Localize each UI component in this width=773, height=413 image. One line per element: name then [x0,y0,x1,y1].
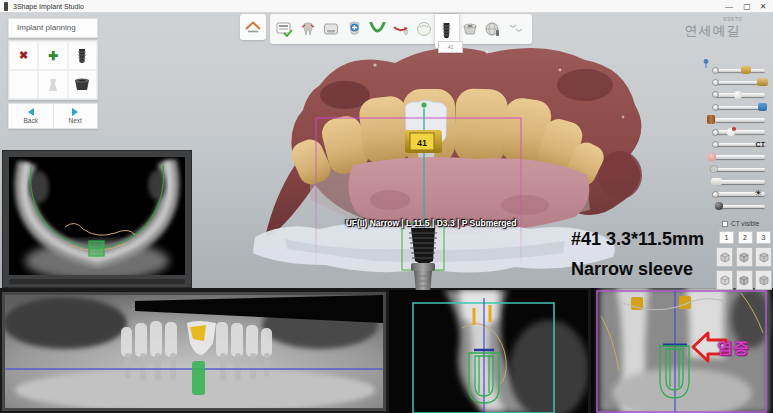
ct-visible-checkbox[interactable] [722,221,728,227]
slider-brightness[interactable]: ☀ [712,188,768,200]
orientation-preset-4[interactable] [716,270,733,290]
close-button[interactable]: ✕ [755,0,771,13]
inflammation-label: 염증 [717,338,749,359]
articulation-tool-disabled[interactable] [505,14,528,44]
crown-tool[interactable] [412,14,435,44]
abutment-icon [46,78,60,92]
home-button[interactable] [240,14,266,40]
tooth-tag-label: 41 [417,138,427,148]
panel-title: Implant planning [8,18,98,38]
abutment-button-disabled[interactable] [38,70,67,99]
empty-tool-cell [9,70,38,99]
pano-implant-marker [192,361,205,395]
slider-marked-tooth[interactable] [712,126,768,138]
back-arrow-icon [28,108,34,116]
minimize-button[interactable]: — [721,0,737,13]
restorations-slider-icon[interactable] [757,77,769,88]
slider-white-teeth[interactable] [712,176,768,188]
orientation-preset-2[interactable] [736,247,753,267]
back-label: Back [24,117,38,124]
visibility-sliders: CT ☀ [712,64,768,213]
order-form-tool[interactable] [273,14,296,44]
crown-icon [416,21,432,37]
brightness-slider-icon[interactable]: ☀ [752,188,764,199]
next-label: Next [69,117,82,124]
ct-visible-label: CT visible [731,220,759,227]
panoramic-curve-tool[interactable] [389,14,412,44]
implant-tools: ✖ ✚ [8,40,98,100]
implant-tool-icon [442,22,451,40]
maximize-button[interactable]: ▢ [739,0,755,13]
ct-scan-tool[interactable] [343,14,366,44]
slider-crown[interactable] [712,64,768,76]
model-scan-icon [323,22,339,36]
axial-scrollbar[interactable] [9,279,185,284]
back-button[interactable]: Back [9,104,53,128]
sleeve-tool[interactable] [459,14,482,44]
app-icon [4,2,8,11]
slider-sleeve[interactable] [712,114,768,126]
marked-tooth-slider-icon[interactable] [725,126,737,137]
pink-tooth-slider-icon[interactable] [706,151,718,162]
titlebar: 3Shape Implant Studio — ▢ ✕ [0,0,773,13]
scan-box-slider-icon[interactable] [757,102,769,113]
implant-icon [78,48,86,64]
ct-scan-icon [347,21,362,37]
ct-slider-icon[interactable]: CT [754,139,766,150]
view-button-1[interactable]: 1 [719,231,734,244]
orientation-preset-5[interactable] [736,270,753,290]
annotation-implant-size: #41 3.3*11.5mm [571,229,704,250]
implant-button[interactable] [68,41,97,70]
sleeve-slider-icon[interactable] [705,114,717,125]
slider-scan-box[interactable] [712,101,768,113]
add-icon: ✚ [48,49,58,63]
axis-handle[interactable] [421,102,427,108]
slider-restorations[interactable] [712,76,768,88]
annotation-sleeve-type: Narrow sleeve [571,259,693,280]
axial-image[interactable] [9,157,185,275]
slider-pink-tooth[interactable] [712,151,768,163]
orientation-preset-3[interactable] [755,247,772,267]
slider-contrast[interactable] [712,200,768,212]
contrast-slider-icon[interactable] [713,201,725,212]
delete-implant-button[interactable]: ✖ [9,41,38,70]
view-button-2[interactable]: 2 [738,231,753,244]
slider-gray-tooth[interactable] [712,163,768,175]
wizard-nav: Back Next [8,103,98,129]
slider-ct[interactable]: CT [712,138,768,150]
main-toolbar [270,14,532,44]
window-title: 3Shape Implant Studio [13,0,84,13]
export-tool[interactable] [482,14,505,44]
sleeve-button[interactable] [68,70,97,99]
orientation-presets [716,247,772,290]
next-button[interactable]: Next [53,104,98,128]
model-scan-tool[interactable] [319,14,342,44]
home-icon [245,21,261,34]
slider-anatomy[interactable] [712,89,768,101]
implant-studio-window: 41 UF(II) Narrow | L 11.5 | D3.3 | P Sub… [0,0,773,413]
license-name: 연세예길 [655,22,770,40]
sleeve-tool-icon [461,22,479,36]
tooth-extraction-tool[interactable] [296,14,319,44]
order-form-icon [276,21,293,37]
axial-view-panel[interactable] [2,150,192,288]
ct-visible-toggle[interactable]: CT visible [722,220,759,227]
implant-marker-axial [89,241,104,256]
arch-tool[interactable] [366,14,389,44]
license-watermark: 93970 연세예길 [655,16,770,40]
panoramic-curve-icon [392,23,410,36]
view-button-3[interactable]: 3 [756,231,771,244]
anatomy-slider-icon[interactable] [732,89,744,100]
panoramic-view-panel[interactable] [2,292,386,411]
cross-section-view-panel[interactable] [389,290,588,413]
tool-tooltip: 41 [438,41,463,53]
orientation-preset-6[interactable] [755,270,772,290]
orientation-preset-1[interactable] [716,247,733,267]
crown-slider-icon[interactable] [740,65,752,76]
sleeve-icon [73,78,91,92]
add-implant-button[interactable]: ✚ [38,41,67,70]
white-teeth-slider-icon[interactable] [710,176,722,187]
pin-icon[interactable] [703,59,709,68]
gray-tooth-slider-icon[interactable] [708,164,720,175]
arch-icon [369,22,386,36]
